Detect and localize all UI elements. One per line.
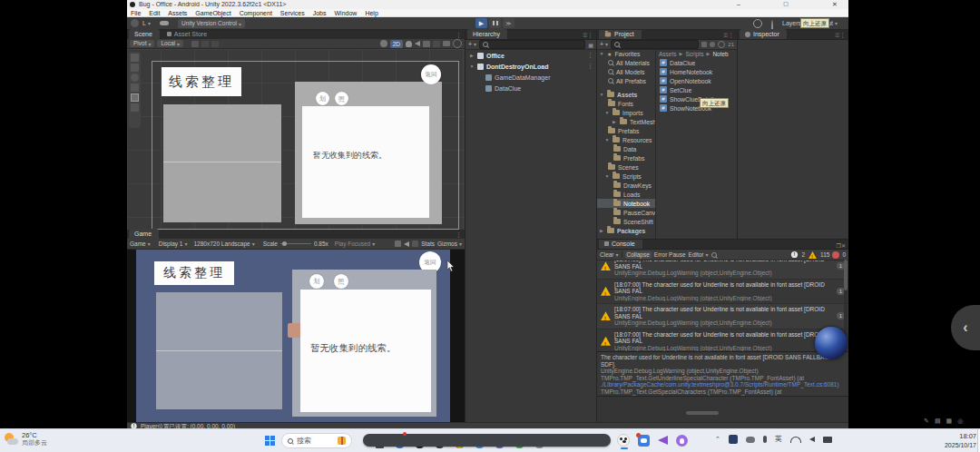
app-icon-panda[interactable] [617,434,630,447]
camera-settings-icon[interactable] [443,41,450,46]
collapse-arrow-icon[interactable]: ▼ [469,64,475,69]
hierarchy-create-button[interactable]: + [468,40,476,49]
floating-ball-overlay[interactable] [815,327,848,359]
snap-settings-icon[interactable] [211,41,219,47]
console-editor-dropdown[interactable]: Editor [689,251,709,260]
scene-options-icon[interactable]: ⋮ [587,52,593,59]
scene-back-button[interactable]: 返回 [421,64,441,84]
tab-inspector[interactable]: Inspector [740,29,787,39]
taskbar-clock[interactable]: 18:07 2025/10/17 [938,432,976,449]
scene-clue-tab1-button[interactable]: 划 [316,92,329,105]
toggle-2d-button[interactable]: 2D [390,40,403,48]
tree-assets[interactable]: ▼Assets [597,90,655,99]
tree-imports[interactable]: ▼Imports [597,108,655,117]
menu-services[interactable]: Services [280,10,305,16]
console-error-pause-toggle[interactable]: Error Pause [654,251,686,260]
tree-resources[interactable]: ▼Resources [597,135,655,144]
tree-drawkeys[interactable]: DrawKeys [597,181,655,190]
menu-edit[interactable]: Edit [149,10,160,16]
play-button[interactable]: ▶ [475,18,487,28]
local-dropdown[interactable]: Local [157,40,183,47]
resolution-dropdown[interactable]: 1280x720 Landscape [193,240,254,249]
hierarchy-item-gamedatamanager[interactable]: GameDataManager [466,72,596,83]
tray-mic-icon[interactable] [763,436,767,443]
tray-screenshot-icon[interactable] [729,435,738,444]
error-count-icon[interactable] [832,251,839,259]
board-tool-icon[interactable]: ▤ [935,418,941,427]
wifi-icon[interactable] [790,437,801,443]
account-icon[interactable] [131,19,139,27]
minimize-button[interactable]: – [733,0,744,8]
tree-textmesh[interactable]: ▶TextMesh Pr [597,117,655,126]
shading-mode-icon[interactable] [380,40,387,47]
scene-options-icon[interactable]: ⋮ [587,63,593,70]
tree-scenes[interactable]: Scenes [597,162,655,172]
volume-icon[interactable] [809,437,815,442]
pivot-dropdown[interactable]: Pivot [130,40,154,47]
hierarchy-item-dontdestroy[interactable]: ▼ DontDestroyOnLoad ⋮ [466,61,596,72]
hidden-objects-icon[interactable] [433,41,440,47]
game-mode-dropdown[interactable]: Game [130,240,151,249]
play-focused-dropdown[interactable]: Play Focused [335,240,375,249]
start-button[interactable] [265,436,275,446]
tree-notebook[interactable]: Notebook [597,199,655,208]
menu-help[interactable]: Help [365,10,377,16]
info-count-icon[interactable] [791,251,798,258]
game-clue-tab2-button[interactable]: 照 [334,274,348,289]
hierarchy-item-dataclue[interactable]: DataClue [466,83,596,93]
account-dropdown[interactable]: L [142,19,151,28]
grid-snap-icon[interactable] [191,41,199,47]
scene-clue-tab2-button[interactable]: 照 [335,92,348,105]
hierarchy-item-office[interactable]: ▶ Office ⋮ [466,50,596,61]
close-button[interactable]: ✕ [829,0,840,8]
hierarchy-filter-icon[interactable]: ▦ [588,42,593,48]
hierarchy-search-input[interactable] [479,40,585,49]
stats-button[interactable]: Stats [421,240,435,249]
snap-move-icon[interactable] [201,41,209,47]
menu-file[interactable]: File [131,10,141,16]
effects-dropdown-icon[interactable] [423,41,430,47]
menu-gameobject[interactable]: GameObject [195,10,230,16]
menu-window[interactable]: Window [335,10,358,16]
transform-tool-icon[interactable] [131,103,139,112]
detail-stack-link[interactable]: ./Library/PackageCache/com.unity.textmes… [601,381,845,388]
tree-loads[interactable]: Loads [597,190,655,199]
cloud-icon[interactable] [160,21,169,25]
breadcrumb-notebook[interactable]: Noteb [712,51,728,57]
tree-all-materials[interactable]: All Materials [597,58,655,67]
console-close-icon[interactable]: ✕ [841,242,846,249]
console-entry[interactable]: [18:07:00] The character used for Underl… [597,304,848,329]
tree-prefabs-2[interactable]: Prefabs [597,153,655,162]
display-cast-icon[interactable] [823,437,832,443]
scale-tool-icon[interactable] [131,84,139,92]
console-collapse-toggle[interactable]: Collapse [625,251,652,259]
game-tab-menu-icon[interactable]: ⋮ [456,231,462,239]
console-search-icon[interactable] [711,252,717,258]
file-opennotebook[interactable]: OpenNotebook [657,76,737,85]
search-by-label-icon[interactable] [710,42,715,47]
maximize-button[interactable]: ▢ [780,0,791,8]
pause-button[interactable] [489,18,501,28]
inspector-menu-icon[interactable]: ⋮ [839,32,846,39]
expand-arrow-icon[interactable]: ▶ [469,53,475,58]
app-icon-cat[interactable] [676,435,688,447]
hidden-packages-icon[interactable] [718,41,725,48]
tree-sceneshift[interactable]: SceneShift [597,217,655,226]
tray-cloud-icon[interactable] [746,437,755,443]
vsync-icon[interactable] [395,241,401,247]
rotate-tool-icon[interactable] [131,74,139,82]
menu-jobs[interactable]: Jobs [313,10,327,16]
menu-assets[interactable]: Assets [168,10,187,16]
hierarchy-menu-icon[interactable]: ⋮ [587,32,593,39]
tab-hierarchy[interactable]: Hierarchy [467,29,507,39]
tree-scripts[interactable]: ▼Scripts [597,172,655,181]
move-tool-icon[interactable] [131,64,139,72]
file-dataclue[interactable]: DataClue [657,58,737,67]
menu-component[interactable]: Component [240,10,272,16]
taskbar-search[interactable]: 搜索 [281,433,352,448]
console-entry[interactable]: [18:07:00] The character used for Underl… [597,260,848,280]
file-setclue[interactable]: SetClue [657,85,737,94]
search-by-type-icon[interactable] [701,42,707,47]
breadcrumb-scripts[interactable]: Scripts [686,51,704,57]
project-menu-icon[interactable]: ⋮ [728,32,734,39]
